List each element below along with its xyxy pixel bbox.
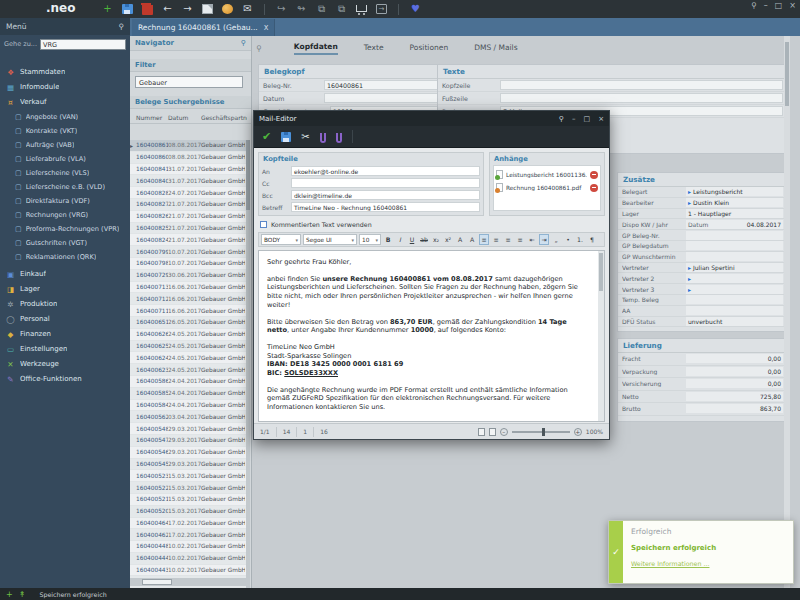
sidebar-item-werkzeuge[interactable]: ✕Werkzeuge bbox=[6, 357, 130, 371]
sidebar-item-angebote-van[interactable]: ▢Angebote (VAN) bbox=[15, 110, 130, 124]
back-icon[interactable]: ← bbox=[162, 2, 173, 16]
field-value[interactable] bbox=[686, 241, 783, 250]
field-value[interactable] bbox=[686, 306, 783, 315]
table-row[interactable]: 16040058524.04.2017Gebauer GmbH bbox=[130, 388, 246, 400]
tab-texte[interactable]: Texte bbox=[364, 43, 384, 54]
format-button[interactable]: 1. bbox=[575, 234, 585, 245]
format-button[interactable]: U bbox=[407, 234, 417, 245]
format-button[interactable]: „ bbox=[551, 234, 561, 245]
main-vertical-scrollbar[interactable] bbox=[784, 36, 790, 588]
field-value[interactable]: 0,00 bbox=[686, 354, 783, 363]
mail-bcc-field[interactable]: dklein@timeline.de bbox=[291, 190, 480, 200]
link-arrow-icon[interactable]: ▸ bbox=[688, 286, 691, 293]
format-button[interactable]: ≡ bbox=[479, 234, 489, 245]
sidebar-item-stammdaten[interactable]: ❖Stammdaten bbox=[6, 65, 130, 79]
fusszeile-field[interactable] bbox=[500, 93, 783, 103]
format-button[interactable]: ¶ bbox=[587, 234, 597, 245]
table-row[interactable]: 16040056203.04.2017Gebauer GmbH bbox=[130, 411, 246, 423]
new-document-icon[interactable] bbox=[202, 4, 213, 14]
delete-attachment-icon[interactable] bbox=[590, 171, 598, 179]
field-value[interactable]: 1 - Hauptlager bbox=[686, 209, 783, 218]
mail-an-field[interactable]: ekoehler@t-online.de bbox=[291, 166, 480, 176]
add-icon[interactable]: + bbox=[102, 2, 113, 16]
table-row[interactable]: 16040062524.05.2017Gebauer GmbH bbox=[130, 341, 246, 353]
notification-toast[interactable]: ✓ Erfolgreich Speichern erfolgreich Weit… bbox=[608, 520, 794, 584]
column-header-datum[interactable]: Datum bbox=[168, 114, 201, 121]
sidebar-item-lieferscheine-e-b-vld[interactable]: ▢Lieferscheine e.B. (VLD) bbox=[15, 180, 130, 194]
sidebar-item-einstellungen[interactable]: ▭Einstellungen bbox=[6, 342, 130, 356]
format-button[interactable]: ab bbox=[419, 234, 429, 245]
sidebar-item-reklamationen-qrk[interactable]: ▢Reklamationen (QRK) bbox=[15, 250, 130, 264]
format-button[interactable]: ⇤ bbox=[527, 234, 537, 245]
link-arrow-icon[interactable]: ▸ bbox=[688, 188, 691, 195]
table-row[interactable]: 16040079910.07.2017Gebauer GmbH bbox=[130, 246, 246, 258]
table-row[interactable]: 16040084031.07.2017Gebauer GmbH bbox=[130, 175, 246, 187]
format-select[interactable]: Segoe UI▾ bbox=[303, 234, 357, 245]
format-button[interactable]: I bbox=[395, 234, 405, 245]
checkbox[interactable] bbox=[260, 221, 267, 228]
format-button[interactable]: x₂ bbox=[431, 234, 441, 245]
cart-icon[interactable] bbox=[356, 5, 367, 12]
format-button[interactable]: A bbox=[455, 234, 465, 245]
table-row[interactable]: 16040058624.04.2017Gebauer GmbH bbox=[130, 376, 246, 388]
table-row[interactable]: 16040086008.08.2017Gebauer GmbH bbox=[130, 152, 246, 164]
column-header-geschaeftspartner[interactable]: Geschäftspartner bbox=[201, 114, 247, 121]
table-row[interactable]: 16040054729.03.2017Gebauer GmbH bbox=[130, 435, 246, 447]
link-arrow-icon[interactable]: ▸ bbox=[688, 199, 691, 206]
table-row[interactable]: 16040065126.05.2017Gebauer GmbH bbox=[130, 317, 246, 329]
table-row[interactable]: 16040084131.07.2017Gebauer GmbH bbox=[130, 164, 246, 176]
table-row[interactable]: 16040062324.05.2017Gebauer GmbH bbox=[130, 364, 246, 376]
table-row[interactable]: 16040062424.05.2017Gebauer GmbH bbox=[130, 352, 246, 364]
pin-icon[interactable]: ⚲ bbox=[559, 115, 564, 123]
table-row[interactable]: 16040044310.02.2017Gebauer GmbH bbox=[130, 565, 246, 577]
field-value[interactable]: 0,00 bbox=[686, 367, 783, 376]
table-row[interactable]: 16040044810.02.2017Gebauer GmbH bbox=[130, 541, 246, 553]
table-row[interactable]: 16040082621.07.2017Gebauer GmbH bbox=[130, 211, 246, 223]
table-row[interactable]: 16040052015.03.2017Gebauer GmbH bbox=[130, 506, 246, 518]
zoom-out-icon[interactable]: – bbox=[500, 428, 508, 436]
table-row[interactable]: 16040072930.06.2017Gebauer GmbH bbox=[130, 270, 246, 282]
column-header-nummer[interactable]: Nummer bbox=[136, 114, 168, 121]
attach-document-icon[interactable] bbox=[336, 133, 342, 143]
format-select[interactable]: 10▾ bbox=[359, 234, 381, 245]
format-button[interactable]: ⇥ bbox=[539, 234, 549, 245]
minimize-icon[interactable]: – bbox=[572, 115, 576, 123]
scrollbar-thumb[interactable] bbox=[246, 140, 250, 210]
table-row[interactable]: 16040052115.03.2017Gebauer GmbH bbox=[130, 494, 246, 506]
field-value[interactable]: 863,70 bbox=[686, 404, 783, 413]
sidebar-item-kontrakte-vkt[interactable]: ▢Kontrakte (VKT) bbox=[15, 124, 130, 138]
table-row[interactable]: 16040082721.07.2017Gebauer GmbH bbox=[130, 199, 246, 211]
sidebar-item-office-funktionen[interactable]: ✎Office-Funktionen bbox=[6, 372, 130, 386]
table-row[interactable]: 16040058424.04.2017Gebauer GmbH bbox=[130, 400, 246, 412]
attachment-item[interactable]: Leistungsbericht 16001136.pdf bbox=[496, 168, 598, 181]
sidebar-item-infomodule[interactable]: ▦Infomodule bbox=[6, 80, 130, 94]
zoom-slider-thumb[interactable] bbox=[542, 428, 545, 436]
export-window-icon[interactable]: ⧉ bbox=[336, 2, 347, 16]
field-value[interactable]: ▸ bbox=[686, 274, 783, 283]
maximize-icon[interactable]: □ bbox=[584, 115, 591, 123]
table-row[interactable]: 16040046417.02.2017Gebauer GmbH bbox=[130, 518, 246, 530]
maximize-icon[interactable]: □ bbox=[775, 1, 783, 10]
scrollbar-thumb[interactable] bbox=[599, 253, 603, 291]
table-row[interactable]: 16040082421.07.2017Gebauer GmbH bbox=[130, 234, 246, 246]
attach-file-icon[interactable] bbox=[320, 133, 326, 143]
table-row[interactable]: 16040054529.03.2017Gebauer GmbH bbox=[130, 459, 246, 471]
delete-attachment-icon[interactable] bbox=[590, 184, 598, 192]
format-select[interactable]: BODY▾ bbox=[261, 234, 301, 245]
pin-icon[interactable]: ⚲ bbox=[256, 44, 262, 53]
field-value[interactable] bbox=[686, 252, 783, 261]
table-row[interactable]: 16040046217.02.2017Gebauer GmbH bbox=[130, 529, 246, 541]
field-value[interactable]: 725,80 bbox=[686, 392, 783, 401]
table-row[interactable]: 16040082521.07.2017Gebauer GmbH bbox=[130, 223, 246, 235]
page-layout-icon[interactable] bbox=[478, 428, 485, 436]
exit-icon[interactable]: → bbox=[376, 4, 387, 14]
table-row[interactable]: 16040052315.03.2017Gebauer GmbH bbox=[130, 470, 246, 482]
table-row[interactable]: 16040052215.03.2017Gebauer GmbH bbox=[130, 482, 246, 494]
dialog-titlebar[interactable]: Mail-Editor ⚲ – □ × bbox=[254, 111, 609, 126]
field-value[interactable]: ▸ bbox=[686, 285, 783, 294]
sidebar-item-produktion[interactable]: ✲Produktion bbox=[6, 297, 130, 311]
pin-icon[interactable]: ⚲ bbox=[241, 39, 246, 47]
sidebar-item-gutschriften-vgt[interactable]: ▢Gutschriften (VGT) bbox=[15, 236, 130, 250]
field-value[interactable]: ▸Leistungsbericht bbox=[686, 187, 783, 196]
pin-icon[interactable]: ⚲ bbox=[751, 1, 757, 10]
